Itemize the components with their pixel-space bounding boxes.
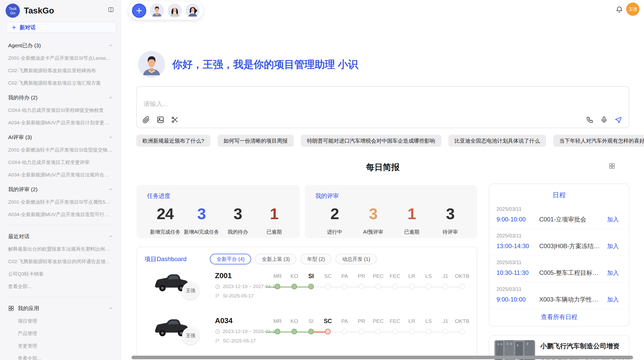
sidebar-item[interactable]: C02-飞腾新能源轻客改款项目里程碑画布: [8, 67, 113, 74]
sidebar-item[interactable]: C0X4-动力总成开发项目工程变更评审: [8, 159, 113, 166]
sidebar-collapse-button[interactable]: [107, 6, 115, 14]
agent-avatar[interactable]: [150, 4, 164, 18]
app-item[interactable]: 项目管理: [18, 318, 113, 324]
chevron-up-icon[interactable]: [108, 44, 113, 47]
panel-toggle-icon: [108, 7, 114, 13]
greeting-text: 你好，王强，我是你的项目管理助理 小识: [172, 57, 358, 71]
stat-label: 已逾期: [256, 229, 292, 235]
agent-avatar[interactable]: [185, 4, 200, 18]
send-button[interactable]: [614, 116, 622, 124]
milestone-label: LS: [420, 273, 437, 280]
recent-conversation-item[interactable]: C02-飞腾新能源轻客改款项目的闭环通告反馈情况: [8, 258, 113, 265]
stat-label: 已逾期: [392, 229, 431, 235]
sidebar-divider: [7, 297, 115, 297]
layout-settings-button[interactable]: [608, 163, 616, 170]
suggestion-chip[interactable]: 当下年轻人对汽车外观有怎样的喜好趋势: [553, 135, 644, 147]
phone-icon: [586, 116, 594, 124]
milestone-dot: [409, 329, 415, 334]
join-meeting-link[interactable]: 加入: [607, 242, 619, 250]
sidebar-group-header[interactable]: 我的待办 (2): [8, 94, 113, 101]
add-agent-button[interactable]: [132, 4, 146, 18]
avatar-man-icon: [150, 4, 164, 18]
stat-label: 我的待办: [220, 229, 256, 235]
horizontal-scrollbar[interactable]: [131, 356, 633, 359]
snippet-button[interactable]: [171, 116, 179, 124]
agent-avatar[interactable]: [168, 4, 182, 18]
voice-call-button[interactable]: [586, 116, 594, 124]
chevron-up-icon[interactable]: [108, 96, 113, 99]
chevron-up-icon[interactable]: [108, 235, 113, 238]
avatar-woman1-icon: [168, 4, 182, 18]
dashboard-tab[interactable]: 动总开发 (1): [335, 254, 377, 264]
chevron-up-icon[interactable]: [108, 136, 113, 139]
recent-conversation-item[interactable]: 公司Q3轻卡销量: [8, 271, 113, 277]
microphone-button[interactable]: [600, 116, 608, 124]
chevron-up-icon[interactable]: [108, 188, 113, 191]
join-meeting-link[interactable]: 加入: [607, 269, 619, 277]
milestone-label: KO: [286, 273, 303, 280]
milestone-node: PA: [336, 273, 353, 297]
milestone-label: OKTB: [454, 273, 471, 280]
suggestion-chip[interactable]: 欧洲新规最近颁布了什么?: [136, 135, 210, 147]
recent-conversation-item[interactable]: 解释最新出台的欧盟报废车法规再生塑料比例被调至15%...: [8, 246, 113, 252]
bell-icon: [616, 6, 623, 13]
recent-view-all-link[interactable]: 查看全部...: [8, 283, 113, 290]
view-all-schedule-link[interactable]: 查看所有日程: [489, 313, 629, 321]
milestone-dot: [392, 329, 398, 334]
plus-icon: [11, 25, 17, 30]
join-meeting-link[interactable]: 加入: [607, 216, 619, 223]
sidebar-item[interactable]: Z001-全新燃油轻卡产品开发项目SI造型提交物评审: [8, 147, 113, 153]
sidebar-group-header[interactable]: AI评审 (3): [8, 134, 113, 141]
dashboard-tab[interactable]: 年型 (2): [300, 254, 331, 264]
sidebar-item[interactable]: Z001-全新燃油轻卡产品开发项目SI节点属性5D文件评审: [8, 199, 113, 205]
attach-file-button[interactable]: [142, 116, 150, 124]
schedule-date: 2025/03/11: [496, 233, 619, 239]
milestone-dot: [443, 284, 448, 289]
milestone-label: PR: [353, 318, 370, 325]
apps-group-header[interactable]: 我的应用: [8, 305, 113, 312]
project-row[interactable]: 王强 A034 2023-12-19 ~ 2026-01-19 SC-2025-…: [137, 315, 477, 354]
chevron-up-icon[interactable]: [108, 307, 113, 310]
milestone-node: SI: [303, 273, 319, 297]
project-code: Z001: [215, 272, 278, 280]
milestone-node: MR: [269, 318, 286, 342]
recent-group-header[interactable]: 最近对话: [8, 233, 113, 240]
sidebar-apps-group: 我的应用 项目管理 产品管理 变更管理 查看全部...: [8, 305, 113, 360]
app-title: TaskGo: [24, 6, 54, 16]
flag-icon: [215, 338, 220, 344]
suggestion-chip[interactable]: 如何写一份清晰的项目周报: [217, 135, 294, 147]
schedule-entry: 2025/03/11 9:00-10:00 C001-立项审批会 加入: [489, 202, 629, 229]
milestone-dot: [375, 284, 381, 289]
app-item[interactable]: 变更管理: [18, 343, 113, 349]
suggestion-chip[interactable]: 比亚迪全固态电池计划具体说了什么: [448, 135, 546, 147]
new-chat-button[interactable]: 新对话: [7, 22, 116, 33]
sidebar-divider: [7, 225, 115, 225]
insert-image-button[interactable]: [157, 116, 164, 124]
join-meeting-link[interactable]: 加入: [607, 296, 619, 304]
recent-group-title: 最近对话: [8, 233, 30, 240]
sidebar-item[interactable]: Z001-全新燃油皮卡产品开发项目SI节点Lesson Learn报告: [8, 55, 113, 62]
notifications-button[interactable]: [615, 6, 624, 14]
message-input[interactable]: [143, 100, 448, 108]
project-row[interactable]: 王强 Z001 2023-12-19 ~ 2027-01-19 SI-2025-…: [137, 270, 477, 309]
sidebar-group: 我的评审 (2) Z001-全新燃油轻卡产品开发项目SI节点属性5D文件评审 A…: [8, 186, 113, 218]
app-logo: Task Go: [6, 4, 20, 18]
sidebar-group-header[interactable]: Agent已办 (3): [8, 42, 113, 49]
sidebar-group-header[interactable]: 我的评审 (2): [8, 186, 113, 193]
user-avatar[interactable]: 王强: [626, 3, 639, 16]
schedule-date: 2025/03/11: [496, 286, 619, 292]
apps-view-all-link[interactable]: 查看全部...: [18, 355, 113, 360]
sidebar-item[interactable]: A034-全新新能源MUV产品开发项目法规符合性评审: [8, 172, 113, 178]
dashboard-tab[interactable]: 全新平台 (4): [210, 254, 251, 264]
suggestion-chip[interactable]: 特朗普可能对进口汽车增税会对中国车企造成哪些影响: [301, 135, 441, 147]
milestone-label: J1: [437, 273, 454, 280]
sidebar-item[interactable]: C02-飞腾新能源轻客改款项目立项汇报方案: [8, 80, 113, 86]
app-item[interactable]: 产品管理: [18, 330, 113, 337]
project-owner-badge: 王强: [182, 327, 199, 344]
milestone-node: LR: [403, 273, 420, 297]
milestone-dot: [459, 329, 465, 334]
sidebar-item[interactable]: A034-全新新能源MUV产品开发项目造型可行性评审: [8, 211, 113, 218]
sidebar-item[interactable]: A034-全新新能源MUV产品开发项目计划变更表编写: [8, 119, 113, 126]
sidebar-item[interactable]: C0X4-动力总成开发项目SI里程碑提交物检查: [8, 107, 113, 114]
dashboard-tab[interactable]: 全新上装 (3): [255, 254, 296, 264]
